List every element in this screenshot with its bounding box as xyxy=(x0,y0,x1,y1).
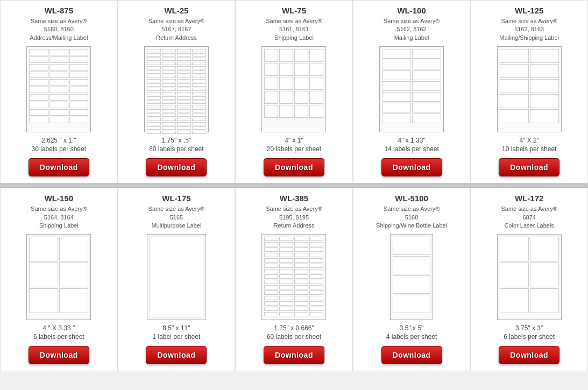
card-size: 1.75" x 0.666" xyxy=(274,324,314,332)
label-preview xyxy=(261,46,326,132)
label-cell xyxy=(294,49,308,62)
label-cell xyxy=(49,117,68,123)
label-cell xyxy=(500,49,529,63)
card-size: 4" x 1" xyxy=(285,137,303,144)
label-cell xyxy=(69,102,88,108)
label-cell xyxy=(279,237,293,241)
label-cell xyxy=(309,253,323,257)
card-wl-75: WL-75Same size as Avery®5161, 8161Shippi… xyxy=(235,0,353,183)
label-cell xyxy=(530,49,559,63)
label-cell xyxy=(393,295,430,313)
label-cell xyxy=(29,94,48,101)
download-button-wl-172[interactable]: Download xyxy=(499,346,559,364)
label-cell xyxy=(147,75,161,78)
label-preview xyxy=(26,234,91,320)
label-cell xyxy=(279,105,293,118)
label-cell xyxy=(192,92,206,95)
label-cell xyxy=(264,242,278,246)
download-button-wl-175[interactable]: Download xyxy=(146,346,207,364)
label-cell xyxy=(29,102,48,108)
label-preview xyxy=(379,46,444,132)
card-size: 3.5" x 5" xyxy=(400,324,424,332)
label-cell xyxy=(309,247,323,252)
label-cell xyxy=(264,264,278,268)
label-cell xyxy=(500,94,529,108)
label-cell xyxy=(192,62,206,65)
label-cell xyxy=(294,237,308,241)
label-cell xyxy=(279,264,293,268)
label-cell xyxy=(177,75,191,78)
label-cell xyxy=(177,109,191,112)
card-count: 20 labels per sheet xyxy=(267,145,321,153)
download-button-wl-100[interactable]: Download xyxy=(381,158,442,176)
download-button-wl-385[interactable]: Download xyxy=(264,346,324,364)
label-cell xyxy=(192,83,206,87)
label-cell xyxy=(294,301,308,306)
label-cell xyxy=(279,301,293,306)
label-cell xyxy=(393,237,430,255)
download-button-wl-25[interactable]: Download xyxy=(146,158,207,176)
label-cell xyxy=(309,274,323,279)
label-cell xyxy=(177,92,191,95)
row-separator xyxy=(0,183,588,188)
label-cell xyxy=(264,312,278,316)
card-count: 6 labels per sheet xyxy=(33,333,84,341)
card-title: WL-100 xyxy=(397,6,426,15)
label-cell xyxy=(264,280,278,284)
label-cell xyxy=(279,274,293,279)
label-cell xyxy=(69,49,88,55)
label-cell xyxy=(264,269,278,273)
label-cell xyxy=(147,88,161,91)
label-cell xyxy=(264,91,278,104)
label-cell xyxy=(412,60,441,69)
label-preview xyxy=(390,234,433,320)
download-button-wl-150[interactable]: Download xyxy=(29,346,89,364)
label-cell xyxy=(147,118,161,121)
label-cell xyxy=(294,105,308,118)
label-cell xyxy=(264,77,278,90)
label-cell xyxy=(177,49,191,52)
label-cell xyxy=(177,96,191,100)
label-cell xyxy=(264,63,278,76)
download-button-wl-125[interactable]: Download xyxy=(499,158,559,176)
card-count: 6 labels per sheet xyxy=(504,333,555,341)
label-cell xyxy=(147,131,161,134)
label-cell xyxy=(177,79,191,82)
label-cell xyxy=(162,131,176,134)
label-cell xyxy=(49,56,68,63)
download-button-wl-5100[interactable]: Download xyxy=(381,346,442,364)
card-subtitle: Same size as Avery®5164, 8164Shipping La… xyxy=(31,205,87,230)
label-cell xyxy=(382,114,411,123)
download-button-wl-875[interactable]: Download xyxy=(29,158,89,176)
label-cell xyxy=(309,290,323,295)
card-subtitle: Same size as Avery®6874Color Laser Label… xyxy=(501,205,557,230)
label-cell xyxy=(192,105,206,108)
label-cell xyxy=(162,92,176,95)
label-cell xyxy=(162,126,176,130)
label-cell xyxy=(294,258,308,263)
download-button-wl-75[interactable]: Download xyxy=(264,158,324,176)
label-cell xyxy=(192,58,206,61)
label-cell xyxy=(382,81,411,91)
card-count: 4 labels per sheet xyxy=(386,333,437,341)
label-cell xyxy=(279,296,293,300)
label-cell xyxy=(177,126,191,130)
label-cell xyxy=(147,114,161,117)
label-cell xyxy=(294,264,308,268)
label-cell xyxy=(147,105,161,108)
label-cell xyxy=(192,66,206,69)
label-cell xyxy=(162,118,176,121)
label-cell xyxy=(294,247,308,252)
card-subtitle: Same size as Avery®5195, 8195Return Addr… xyxy=(266,205,322,230)
label-cell xyxy=(147,92,161,95)
label-cell xyxy=(294,280,308,284)
card-size: 4" X 2" xyxy=(519,137,539,144)
card-title: WL-25 xyxy=(164,6,188,15)
label-cell xyxy=(382,92,411,102)
label-cell xyxy=(294,77,308,90)
label-cell xyxy=(192,101,206,104)
label-cell xyxy=(294,253,308,257)
card-wl-100: WL-100Same size as Avery®5162, 8162Maili… xyxy=(353,0,471,183)
card-title: WL-125 xyxy=(515,6,543,15)
label-cell xyxy=(264,296,278,300)
